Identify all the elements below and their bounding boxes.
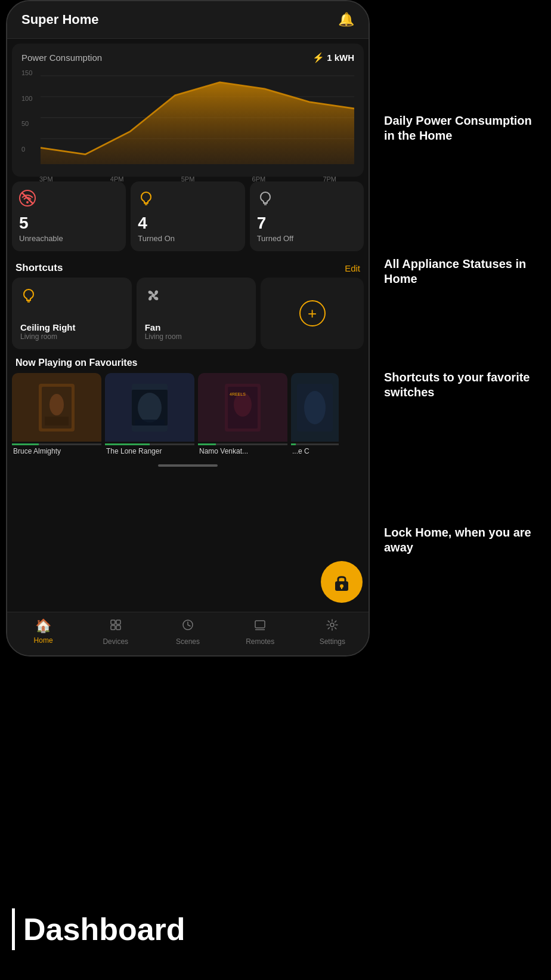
shortcuts-header: Shortcuts Edit — [7, 256, 369, 278]
turned-on-count: 4 — [138, 214, 237, 233]
scenes-icon — [181, 618, 194, 635]
shortcut-fan[interactable]: Fan Living room — [137, 278, 256, 349]
movie-4[interactable]: ...e C — [291, 373, 339, 460]
movies-row: Bruce Almighty The Lone Ranger — [12, 373, 364, 460]
movie-progress-2 — [105, 443, 194, 445]
shortcut-fan-room: Living room — [145, 332, 248, 341]
shortcuts-title: Shortcuts — [16, 262, 63, 274]
turned-on-label: Turned On — [138, 234, 237, 243]
svg-rect-33 — [111, 625, 115, 630]
svg-text:4REELS: 4REELS — [230, 392, 246, 396]
movie-thumb-2 — [105, 373, 194, 442]
settings-icon — [326, 618, 339, 635]
movie-progress-4 — [291, 443, 339, 445]
add-shortcut-button[interactable]: + — [261, 278, 364, 349]
app-title: Super Home — [21, 12, 99, 27]
movie-thumb-1 — [12, 373, 101, 442]
nav-home[interactable]: 🏠 Home — [26, 618, 61, 646]
movie-namo[interactable]: 4REELS Namo Venkat... — [198, 373, 287, 460]
remotes-icon — [253, 618, 267, 635]
svg-point-38 — [330, 623, 334, 627]
turned-off-icon — [257, 190, 357, 210]
movie-title-3: Namo Venkat... — [198, 447, 287, 455]
nav-home-label: Home — [34, 636, 53, 645]
annotation-statuses: All Appliance Statuses in Home — [384, 257, 545, 286]
home-icon: 🏠 — [35, 618, 51, 634]
movie-thumb-3: 4REELS — [198, 373, 287, 442]
nav-scenes-label: Scenes — [176, 637, 200, 646]
unreachable-count: 5 — [19, 214, 119, 233]
turned-off-count: 7 — [257, 214, 357, 233]
shortcut-fan-name: Fan — [145, 322, 248, 332]
shortcut-name: Ceiling Right — [20, 322, 123, 332]
annotation-shortcuts: Shortcuts to your favorite switches — [384, 370, 545, 400]
svg-rect-36 — [255, 621, 265, 628]
dashboard-text: Dashboard — [23, 911, 185, 947]
lock-button[interactable] — [321, 561, 363, 603]
svg-point-13 — [151, 294, 155, 297]
svg-rect-34 — [116, 625, 120, 630]
svg-rect-32 — [116, 620, 120, 624]
shortcuts-row: Ceiling Right Living room Fan Living roo… — [12, 278, 364, 349]
power-badge: ⚡ 1 kWH — [312, 52, 354, 63]
y-axis-labels: 150 100 50 0 — [21, 69, 32, 153]
nav-devices-label: Devices — [103, 637, 128, 646]
dashboard-label: Dashboard — [12, 908, 185, 950]
devices-icon — [109, 618, 122, 635]
svg-rect-17 — [45, 417, 69, 426]
nav-settings[interactable]: Settings — [314, 618, 350, 646]
edit-button[interactable]: Edit — [345, 263, 360, 273]
nav-settings-label: Settings — [320, 637, 345, 646]
movie-title-4: ...e C — [291, 447, 339, 455]
turned-off-label: Turned Off — [257, 234, 357, 243]
annotation-lock: Lock Home, when you are away — [384, 525, 545, 555]
nav-scenes[interactable]: Scenes — [170, 618, 206, 646]
bulb-icon — [20, 287, 123, 307]
svg-rect-31 — [111, 620, 115, 624]
nav-devices[interactable]: Devices — [98, 618, 134, 646]
header: Super Home 🔔 — [7, 1, 369, 39]
svg-point-16 — [49, 394, 64, 415]
dashboard-bar — [12, 908, 15, 950]
lightning-icon: ⚡ — [312, 52, 324, 63]
bottom-nav: 🏠 Home Devices Scenes — [7, 612, 369, 655]
svg-point-24 — [234, 393, 252, 417]
now-playing-title: Now Playing on Favourites — [7, 354, 369, 373]
nav-remotes-label: Remotes — [246, 637, 274, 646]
svg-point-27 — [304, 391, 326, 424]
unreachable-icon — [19, 190, 119, 210]
phone-frame: Super Home 🔔 Power Consumption ⚡ 1 kWH 1… — [6, 0, 370, 657]
power-card: Power Consumption ⚡ 1 kWH 150 100 50 0 — [12, 44, 364, 177]
chart-area: 150 100 50 0 — [21, 69, 354, 171]
power-value: 1 kWH — [327, 53, 354, 63]
movie-progress-1 — [12, 443, 101, 445]
power-card-header: Power Consumption ⚡ 1 kWH — [21, 52, 354, 63]
movie-progress-3 — [198, 443, 287, 445]
svg-point-6 — [26, 201, 29, 204]
movie-title-1: Bruce Almighty — [12, 447, 101, 455]
shortcut-ceiling-right[interactable]: Ceiling Right Living room — [12, 278, 132, 349]
movie-title-2: The Lone Ranger — [105, 447, 194, 455]
fan-icon — [145, 287, 248, 307]
nav-remotes[interactable]: Remotes — [242, 618, 278, 646]
svg-rect-21 — [135, 420, 165, 426]
movie-thumb-4 — [291, 373, 339, 442]
shortcut-room: Living room — [20, 332, 123, 341]
status-card-turned-on[interactable]: 4 Turned On — [131, 181, 244, 251]
turned-on-icon — [138, 190, 237, 210]
power-chart — [21, 69, 354, 171]
movie-bruce-almighty[interactable]: Bruce Almighty — [12, 373, 101, 460]
notification-icon[interactable]: 🔔 — [338, 12, 354, 27]
status-card-unreachable[interactable]: 5 Unreachable — [12, 181, 126, 251]
unreachable-label: Unreachable — [19, 234, 119, 243]
status-card-turned-off[interactable]: 7 Turned Off — [250, 181, 364, 251]
movie-lone-ranger[interactable]: The Lone Ranger — [105, 373, 194, 460]
status-row: 5 Unreachable 4 Turned On — [12, 181, 364, 251]
svg-point-20 — [138, 393, 162, 423]
annotation-power: Daily Power Consumption in the Home — [384, 113, 545, 143]
x-axis-labels: 3PM 4PM 5PM 6PM 7PM — [21, 175, 354, 183]
power-card-title: Power Consumption — [21, 53, 102, 63]
add-icon: + — [299, 300, 326, 326]
